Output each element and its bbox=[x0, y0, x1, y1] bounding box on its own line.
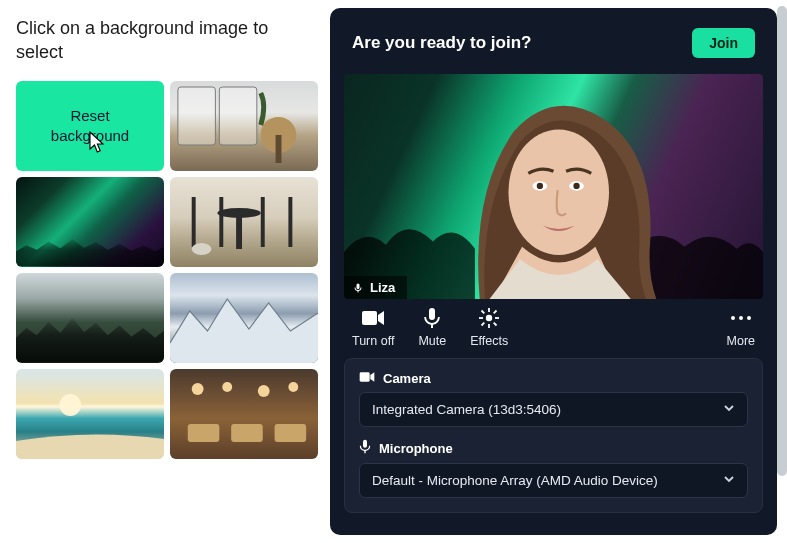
background-tile-forest[interactable] bbox=[16, 273, 164, 363]
microphone-icon bbox=[423, 307, 441, 329]
microphone-select-value: Default - Microphone Array (AMD Audio De… bbox=[372, 473, 658, 488]
effects-button[interactable]: Effects bbox=[470, 307, 508, 348]
svg-rect-24 bbox=[362, 311, 377, 325]
toggle-mic-label: Mute bbox=[418, 334, 446, 348]
svg-rect-17 bbox=[231, 424, 263, 442]
background-tile-beach[interactable] bbox=[16, 369, 164, 459]
reset-background-label: Reset background bbox=[51, 106, 129, 145]
camera-small-icon bbox=[359, 371, 375, 386]
more-button[interactable]: More bbox=[727, 307, 755, 348]
device-settings: Camera Integrated Camera (13d3:5406) Mic… bbox=[344, 358, 763, 513]
svg-rect-7 bbox=[236, 213, 242, 249]
svg-point-13 bbox=[222, 382, 232, 392]
background-tile-chairs[interactable] bbox=[170, 177, 318, 267]
microphone-select[interactable]: Default - Microphone Array (AMD Audio De… bbox=[359, 463, 748, 498]
svg-rect-25 bbox=[429, 308, 435, 320]
join-button[interactable]: Join bbox=[692, 28, 755, 58]
svg-point-21 bbox=[537, 183, 543, 189]
svg-rect-8 bbox=[261, 197, 265, 247]
background-grid: Reset background bbox=[16, 81, 318, 459]
camera-select-value: Integrated Camera (13d3:5406) bbox=[372, 402, 561, 417]
camera-select[interactable]: Integrated Camera (13d3:5406) bbox=[359, 392, 748, 427]
svg-rect-4 bbox=[192, 197, 196, 247]
ready-heading: Are you ready to join? bbox=[352, 33, 531, 53]
microphone-section-label: Microphone bbox=[359, 439, 748, 457]
svg-point-35 bbox=[731, 316, 735, 320]
svg-rect-18 bbox=[275, 424, 307, 442]
background-tile-restaurant[interactable] bbox=[170, 369, 318, 459]
participant-name-text: Liza bbox=[370, 280, 395, 295]
svg-point-19 bbox=[508, 129, 609, 255]
vertical-scrollbar[interactable] bbox=[777, 6, 787, 476]
svg-rect-16 bbox=[188, 424, 220, 442]
self-video-preview: Liza bbox=[344, 74, 763, 299]
svg-point-26 bbox=[486, 315, 492, 321]
svg-rect-39 bbox=[363, 440, 367, 448]
svg-line-34 bbox=[482, 323, 485, 326]
chevron-down-icon bbox=[723, 473, 735, 488]
svg-point-10 bbox=[192, 243, 212, 255]
svg-line-32 bbox=[494, 323, 497, 326]
effects-label: Effects bbox=[470, 334, 508, 348]
camera-section-text: Camera bbox=[383, 371, 431, 386]
preview-header: Are you ready to join? Join bbox=[330, 8, 777, 70]
svg-point-37 bbox=[747, 316, 751, 320]
svg-point-11 bbox=[59, 394, 81, 416]
preview-controls: Turn off Mute Effects More bbox=[330, 299, 777, 358]
background-selector-title: Click on a background image to select bbox=[16, 16, 318, 65]
more-icon bbox=[729, 307, 753, 329]
svg-point-23 bbox=[573, 183, 579, 189]
svg-rect-1 bbox=[219, 87, 256, 145]
svg-rect-5 bbox=[219, 197, 223, 247]
svg-rect-0 bbox=[178, 87, 215, 145]
microphone-on-icon bbox=[352, 282, 364, 294]
svg-point-36 bbox=[739, 316, 743, 320]
background-tile-mountains[interactable] bbox=[170, 273, 318, 363]
background-tile-cafe[interactable] bbox=[170, 81, 318, 171]
participant-name-tag: Liza bbox=[344, 276, 407, 299]
svg-point-14 bbox=[258, 385, 270, 397]
svg-rect-3 bbox=[276, 135, 282, 163]
svg-rect-9 bbox=[288, 197, 292, 247]
chevron-down-icon bbox=[723, 402, 735, 417]
camera-section-label: Camera bbox=[359, 371, 748, 386]
svg-line-33 bbox=[494, 311, 497, 314]
reset-background-tile[interactable]: Reset background bbox=[16, 81, 164, 171]
svg-line-31 bbox=[482, 311, 485, 314]
join-preview-panel: Are you ready to join? Join bbox=[330, 8, 777, 535]
toggle-mic-button[interactable]: Mute bbox=[418, 307, 446, 348]
svg-point-15 bbox=[288, 382, 298, 392]
camera-icon bbox=[361, 307, 385, 329]
background-tile-aurora[interactable] bbox=[16, 177, 164, 267]
svg-point-12 bbox=[192, 383, 204, 395]
microphone-section-text: Microphone bbox=[379, 441, 453, 456]
more-label: More bbox=[727, 334, 755, 348]
sparkle-icon bbox=[478, 307, 500, 329]
toggle-camera-label: Turn off bbox=[352, 334, 394, 348]
svg-rect-38 bbox=[360, 372, 370, 381]
toggle-camera-button[interactable]: Turn off bbox=[352, 307, 394, 348]
microphone-small-icon bbox=[359, 439, 371, 457]
background-selector-panel: Click on a background image to select Re… bbox=[0, 0, 330, 543]
